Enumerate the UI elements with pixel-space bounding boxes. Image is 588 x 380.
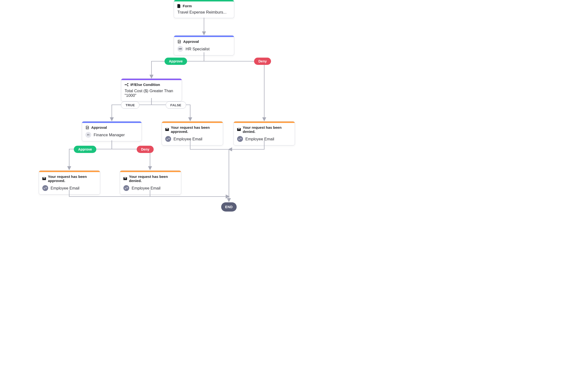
branch-false[interactable]: FALSE (166, 101, 186, 109)
branch-approve[interactable]: Approve (74, 146, 96, 153)
node-end[interactable]: END (221, 202, 237, 211)
branch-deny[interactable]: Deny (254, 57, 271, 65)
branch-true[interactable]: TRUE (121, 101, 139, 109)
branch-approve[interactable]: Approve (165, 57, 187, 65)
branch-deny[interactable]: Deny (137, 146, 154, 153)
